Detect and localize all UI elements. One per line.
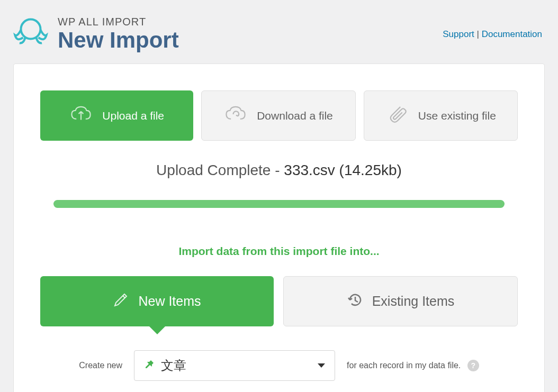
cloud-upload-icon	[69, 104, 93, 127]
new-items-button[interactable]: New Items	[40, 276, 274, 326]
chevron-down-icon	[318, 363, 325, 368]
new-items-label: New Items	[138, 294, 201, 309]
existing-file-label: Use existing file	[418, 110, 496, 122]
app-logo-icon	[13, 16, 48, 53]
import-mode-row: New Items Existing Items	[40, 276, 518, 326]
existing-file-button[interactable]: Use existing file	[364, 90, 518, 141]
upload-status: Upload Complete - 333.csv (14.25kb)	[40, 162, 518, 179]
upload-filename: 333.csv (14.25kb)	[284, 162, 402, 178]
main-card: Upload a file Download a file Use existi…	[13, 63, 545, 392]
upload-file-label: Upload a file	[102, 110, 164, 122]
page-title: New Import	[58, 28, 179, 52]
app-subtitle: WP ALL IMPORT	[58, 16, 179, 28]
svg-point-0	[21, 20, 41, 39]
create-new-row: Create new 文章 for each record in my data…	[40, 350, 518, 381]
existing-items-button[interactable]: Existing Items	[283, 276, 518, 326]
header-links: Support | Documentation	[443, 29, 542, 40]
pencil-icon	[113, 292, 129, 311]
link-separator: |	[477, 29, 482, 39]
import-target-heading: Import data from this import file into..…	[40, 245, 518, 258]
create-suffix-label: for each record in my data file. ?	[347, 360, 479, 371]
history-icon	[347, 292, 363, 311]
upload-progress-bar	[53, 200, 505, 208]
existing-items-label: Existing Items	[372, 294, 455, 309]
post-type-value: 文章	[161, 357, 318, 374]
create-prefix-label: Create new	[79, 361, 122, 370]
upload-file-button[interactable]: Upload a file	[40, 90, 193, 141]
header-titles: WP ALL IMPORT New Import	[58, 16, 179, 52]
download-file-label: Download a file	[257, 110, 333, 122]
download-file-button[interactable]: Download a file	[201, 90, 355, 141]
source-option-row: Upload a file Download a file Use existi…	[40, 90, 518, 141]
paperclip-icon	[385, 104, 409, 127]
help-icon[interactable]: ?	[467, 360, 479, 371]
support-link[interactable]: Support	[443, 29, 474, 39]
page-header: WP ALL IMPORT New Import Support | Docum…	[0, 0, 558, 63]
post-type-select[interactable]: 文章	[134, 350, 335, 381]
header-left: WP ALL IMPORT New Import	[13, 16, 179, 53]
documentation-link[interactable]: Documentation	[482, 29, 542, 39]
upload-status-label: Upload Complete	[156, 162, 271, 178]
upload-separator: -	[271, 162, 284, 178]
cloud-download-icon	[224, 104, 247, 127]
pin-icon	[144, 359, 155, 372]
